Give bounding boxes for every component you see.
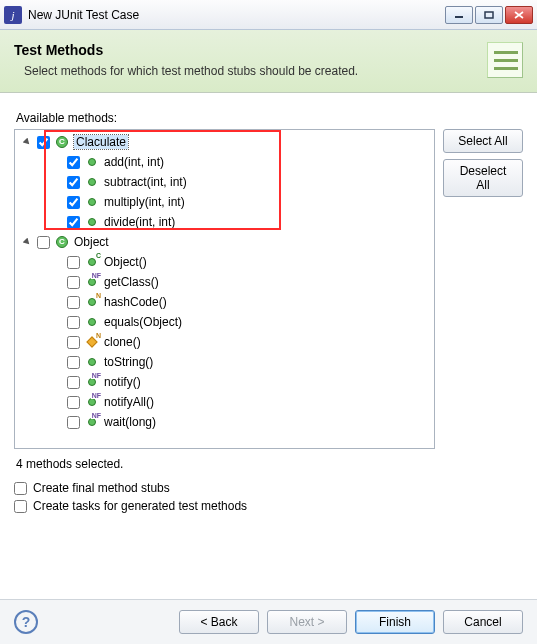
close-button[interactable] (505, 6, 533, 24)
class-icon: C (54, 134, 70, 150)
cancel-button[interactable]: Cancel (443, 610, 523, 634)
method-label: equals(Object) (104, 315, 182, 329)
method-checkbox[interactable] (67, 356, 80, 369)
constructor-icon: C (84, 254, 100, 270)
method-label: multiply(int, int) (104, 195, 185, 209)
expand-spacer (51, 316, 63, 328)
tree-node-method[interactable]: multiply(int, int) (15, 192, 434, 212)
create-tasks-label: Create tasks for generated test methods (33, 499, 247, 513)
create-final-checkbox-row[interactable]: Create final method stubs (14, 481, 523, 495)
method-native-icon: N (84, 294, 100, 310)
expand-spacer (51, 416, 63, 428)
back-button[interactable]: < Back (179, 610, 259, 634)
class-checkbox[interactable] (37, 236, 50, 249)
minimize-button[interactable] (445, 6, 473, 24)
method-native-final-icon: NF (84, 394, 100, 410)
expand-spacer (51, 256, 63, 268)
method-checkbox[interactable] (67, 256, 80, 269)
create-final-checkbox[interactable] (14, 482, 27, 495)
available-methods-label: Available methods: (16, 111, 523, 125)
deselect-all-button[interactable]: Deselect All (443, 159, 523, 197)
tree-node-method[interactable]: equals(Object) (15, 312, 434, 332)
method-public-icon (84, 154, 100, 170)
next-button: Next > (267, 610, 347, 634)
method-checkbox[interactable] (67, 416, 80, 429)
method-native-final-icon: NF (84, 374, 100, 390)
header-description: Select methods for which test method stu… (14, 64, 487, 78)
create-final-label: Create final method stubs (33, 481, 170, 495)
method-label: divide(int, int) (104, 215, 175, 229)
method-label: wait(long) (104, 415, 156, 429)
method-public-icon (84, 174, 100, 190)
method-checkbox[interactable] (67, 336, 80, 349)
maximize-button[interactable] (475, 6, 503, 24)
expand-spacer (51, 376, 63, 388)
method-label: add(int, int) (104, 155, 164, 169)
method-checkbox[interactable] (67, 396, 80, 409)
class-checkbox[interactable] (37, 136, 50, 149)
method-protected-native-icon: N (84, 334, 100, 350)
expand-spacer (51, 196, 63, 208)
tree-node-method[interactable]: subtract(int, int) (15, 172, 434, 192)
create-tasks-checkbox-row[interactable]: Create tasks for generated test methods (14, 499, 523, 513)
tree-node-class[interactable]: C Object (15, 232, 434, 252)
expand-spacer (51, 336, 63, 348)
methods-tree[interactable]: C Claculate add(int, int) subtract(int, … (14, 129, 435, 449)
help-icon[interactable]: ? (14, 610, 38, 634)
expand-spacer (51, 216, 63, 228)
create-tasks-checkbox[interactable] (14, 500, 27, 513)
expand-spacer (51, 296, 63, 308)
expand-spacer (51, 176, 63, 188)
tree-node-method[interactable]: NF wait(long) (15, 412, 434, 432)
select-all-button[interactable]: Select All (443, 129, 523, 153)
button-bar: ? < Back Next > Finish Cancel (0, 599, 537, 644)
method-label: clone() (104, 335, 141, 349)
header-title: Test Methods (14, 42, 487, 58)
tree-node-method[interactable]: divide(int, int) (15, 212, 434, 232)
method-label: subtract(int, int) (104, 175, 187, 189)
expand-spacer (51, 276, 63, 288)
method-public-icon (84, 214, 100, 230)
tree-node-method[interactable]: N hashCode() (15, 292, 434, 312)
method-checkbox[interactable] (67, 296, 80, 309)
method-checkbox[interactable] (67, 276, 80, 289)
expand-spacer (51, 356, 63, 368)
expand-spacer (51, 156, 63, 168)
class-label: Claculate (74, 135, 128, 149)
selection-status: 4 methods selected. (16, 457, 523, 471)
window-title: New JUnit Test Case (28, 8, 443, 22)
method-checkbox[interactable] (67, 176, 80, 189)
method-checkbox[interactable] (67, 156, 80, 169)
app-icon: j (4, 6, 22, 24)
finish-button[interactable]: Finish (355, 610, 435, 634)
collapse-arrow-icon[interactable] (21, 236, 33, 248)
tree-node-class[interactable]: C Claculate (15, 132, 434, 152)
method-label: Object() (104, 255, 147, 269)
method-checkbox[interactable] (67, 216, 80, 229)
header: Test Methods Select methods for which te… (0, 30, 537, 93)
tree-node-method[interactable]: C Object() (15, 252, 434, 272)
svg-rect-1 (485, 12, 493, 18)
method-native-final-icon: NF (84, 274, 100, 290)
method-label: getClass() (104, 275, 159, 289)
tree-node-method[interactable]: add(int, int) (15, 152, 434, 172)
tree-node-method[interactable]: toString() (15, 352, 434, 372)
collapse-arrow-icon[interactable] (21, 136, 33, 148)
method-label: notify() (104, 375, 141, 389)
tree-node-method[interactable]: NF notify() (15, 372, 434, 392)
method-public-icon (84, 314, 100, 330)
method-checkbox[interactable] (67, 316, 80, 329)
method-checkbox[interactable] (67, 196, 80, 209)
tree-node-method[interactable]: NF getClass() (15, 272, 434, 292)
method-checkbox[interactable] (67, 376, 80, 389)
method-label: hashCode() (104, 295, 167, 309)
method-native-final-icon: NF (84, 414, 100, 430)
method-label: notifyAll() (104, 395, 154, 409)
tree-node-method[interactable]: N clone() (15, 332, 434, 352)
titlebar[interactable]: j New JUnit Test Case (0, 0, 537, 30)
class-label: Object (74, 235, 109, 249)
header-icon (487, 42, 523, 78)
class-icon: C (54, 234, 70, 250)
method-public-icon (84, 354, 100, 370)
tree-node-method[interactable]: NF notifyAll() (15, 392, 434, 412)
